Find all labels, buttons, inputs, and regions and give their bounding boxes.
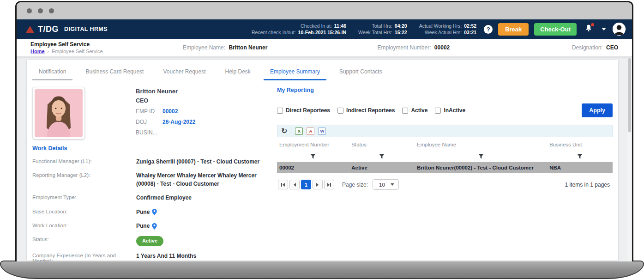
tab-support-contacts[interactable]: Support Contacts [333, 65, 389, 80]
checkbox-label: Direct Reportees [286, 107, 330, 114]
window-control-dot[interactable] [38, 8, 43, 13]
page-size-label: Page size: [342, 182, 368, 188]
detail-value: 1 Years And 11 Months [136, 252, 196, 260]
filter-funnel-icon[interactable] [478, 154, 484, 159]
detail-value: Active [136, 236, 163, 246]
col-status[interactable]: Status [349, 140, 415, 151]
filter-funnel-icon[interactable] [310, 154, 316, 159]
field-designation: Designation: CEO [572, 44, 618, 51]
page-size-value: 10 [373, 182, 391, 188]
detail-base-location: Base Location: Pune [32, 208, 273, 216]
first-page-icon [281, 182, 285, 187]
checkbox-icon[interactable] [337, 108, 343, 114]
work-details-link[interactable]: Work Details [32, 145, 273, 152]
prev-page-icon [292, 182, 297, 187]
filter-funnel-icon[interactable] [577, 154, 583, 159]
checkbox-icon[interactable] [435, 108, 441, 114]
prev-page-button[interactable] [289, 180, 300, 189]
checkout-button[interactable]: Check-Out [534, 23, 577, 36]
checkbox-direct-reportees[interactable]: Direct Reportees [277, 107, 330, 114]
browser-window: T/DG DIGITAL HRMS Checked In at: 11:46 R… [15, 1, 633, 261]
filter-cell [277, 154, 349, 159]
detail-label: Work Location: [32, 222, 136, 228]
window-control-dot[interactable] [27, 8, 32, 13]
col-business-unit[interactable]: Business Unit [547, 140, 613, 151]
detail-label: Company Experience (In Years and Months)… [32, 252, 136, 261]
detail-status: Status: Active [32, 236, 273, 246]
break-button[interactable]: Break [498, 23, 529, 36]
next-page-icon [315, 182, 320, 187]
detail-label: Base Location: [32, 208, 136, 214]
checkbox-active[interactable]: Active [402, 107, 427, 114]
last-page-button[interactable] [324, 180, 334, 189]
stat-col-checkin: Checked In at: 11:46 Recent check-in/out… [252, 23, 346, 35]
export-excel-icon[interactable]: X [295, 127, 303, 135]
vertical-scrollbar[interactable] [627, 57, 632, 261]
logo-product: DIGITAL HRMS [64, 26, 108, 32]
checkbox-indirect-reportees[interactable]: Indirect Reportees [337, 107, 395, 114]
work-details-list: Functional Manager (L1): Zuniga Sherrill… [32, 158, 273, 261]
status-badge: Active [136, 236, 163, 246]
field-value: CEO [606, 44, 618, 51]
pagination-bar: 1 Page size: 10 [277, 176, 613, 190]
person-silhouette-icon [613, 23, 626, 36]
checkbox-icon[interactable] [402, 108, 408, 114]
reportee-filter-row: Direct Reportees Indirect Reportees Acti… [277, 103, 613, 117]
page-size-select[interactable]: 10 [373, 179, 399, 190]
doj-row: DOJ 26-Aug-2022 [136, 119, 195, 125]
export-pdf-icon[interactable]: A [307, 127, 314, 135]
table-row[interactable]: 00002 Active Britton Neuner(00002) - Tes… [277, 162, 613, 173]
field-value: 00002 [434, 44, 450, 51]
tab-business-card-request[interactable]: Business Card Request [79, 65, 150, 80]
location-pin-icon[interactable] [152, 209, 157, 215]
window-control-dot[interactable] [49, 8, 54, 13]
emp-id-value[interactable]: 00002 [163, 108, 178, 115]
user-avatar[interactable] [613, 23, 626, 36]
detail-work-location: Work Location: Pune [32, 222, 273, 230]
profile-info: Britton Neuner CEO EMP ID 00002 DOJ 26-A… [136, 87, 195, 140]
checkbox-icon[interactable] [277, 108, 283, 114]
profile-row: Britton Neuner CEO EMP ID 00002 DOJ 26-A… [32, 87, 273, 140]
col-employee-name[interactable]: Employee Name [415, 140, 547, 151]
notifications-bell-icon[interactable] [584, 24, 593, 35]
detail-value: Whaley Mercer Whaley Mercer Whaley Merce… [136, 172, 260, 188]
emp-id-row: EMP ID 00002 [136, 108, 195, 115]
detail-value: Pune [136, 208, 157, 216]
detail-label: Employment Type: [32, 194, 136, 200]
notification-dot [591, 23, 594, 26]
next-page-button[interactable] [313, 180, 323, 189]
stat-week-actual-hrs: Week Actual Hrs: 03:21 [419, 30, 476, 35]
page-number-button[interactable]: 1 [301, 180, 311, 189]
breadcrumb-separator: › [48, 49, 49, 54]
doj-value[interactable]: 26-Aug-2022 [163, 119, 195, 125]
breadcrumb-home-link[interactable]: Home [30, 49, 45, 54]
location-text: Pune [136, 208, 150, 216]
tab-notification[interactable]: Notification [32, 65, 72, 80]
help-icon[interactable]: ? [484, 25, 493, 34]
stat-total-hrs: Total Hrs: 04:20 [358, 23, 407, 29]
detail-functional-manager: Functional Manager (L1): Zuniga Sherrill… [32, 158, 273, 166]
tab-help-desk[interactable]: Help Desk [219, 65, 257, 80]
detail-employment-type: Employment Type: Confirmed Employee [32, 194, 273, 202]
col-employment-number[interactable]: Employment Number [277, 140, 349, 151]
location-pin-icon[interactable] [152, 223, 157, 230]
tab-employee-summary[interactable]: Employee Summary [264, 65, 326, 80]
filter-funnel-icon[interactable] [379, 154, 385, 159]
select-caret-icon [391, 183, 394, 186]
business-unit-truncated: BUSIN... [136, 129, 195, 136]
breadcrumb: Home › Employee Self Service [30, 49, 183, 54]
scrollbar-thumb[interactable] [628, 58, 631, 132]
refresh-icon[interactable]: ↻ [281, 127, 287, 135]
checkbox-inactive[interactable]: InActive [435, 107, 465, 114]
detail-label: Functional Manager (L1): [32, 158, 136, 164]
brand-logo[interactable]: T/DG DIGITAL HRMS [26, 24, 108, 34]
employee-photo [32, 87, 85, 140]
field-employee-name: Employee Name: Britton Neuner [183, 44, 377, 51]
first-page-button[interactable] [278, 180, 288, 189]
tab-voucher-request[interactable]: Voucher Request [156, 65, 212, 80]
chevron-down-icon[interactable] [602, 28, 606, 30]
export-word-icon[interactable]: W [318, 127, 326, 135]
detail-value: Pune [136, 222, 157, 230]
doj-label: DOJ [136, 119, 163, 125]
apply-button[interactable]: Apply [582, 103, 613, 117]
